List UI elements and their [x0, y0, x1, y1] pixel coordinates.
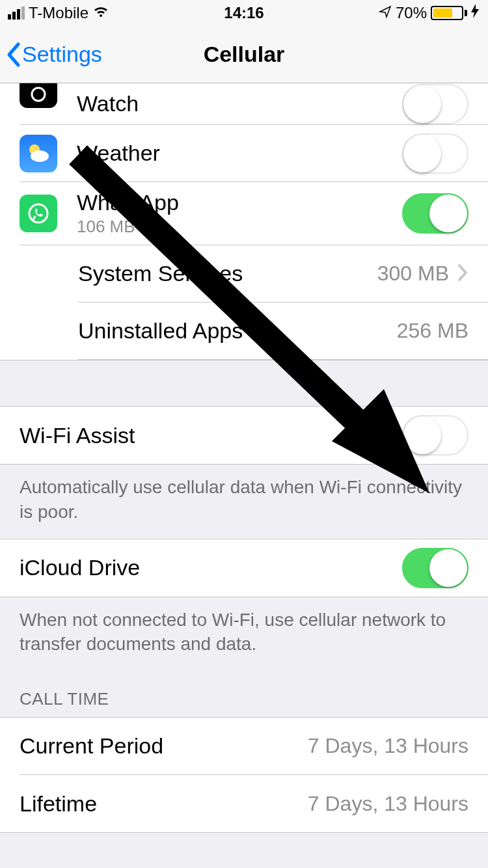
status-right: 70% — [379, 4, 480, 22]
wifi-assist-group: Wi-Fi Assist — [0, 406, 488, 465]
apps-group: Watch Weather WhatsApp 106 MB System Ser… — [0, 83, 488, 360]
status-left: T-Mobile — [8, 4, 109, 22]
cell-whatsapp[interactable]: WhatsApp 106 MB — [20, 182, 488, 245]
chevron-left-icon — [5, 42, 21, 68]
cell-value: 7 Days, 13 Hours — [308, 792, 468, 816]
whatsapp-app-icon — [20, 195, 57, 232]
cell-value: 300 MB — [377, 262, 449, 286]
cell-title: Weather — [77, 141, 402, 166]
call-time-header: CALL TIME — [0, 671, 488, 717]
cell-watch[interactable]: Watch — [20, 83, 488, 125]
cell-title: iCloud Drive — [20, 555, 402, 580]
icloud-drive-group: iCloud Drive — [0, 539, 488, 597]
wifi-assist-toggle[interactable] — [402, 415, 468, 455]
cell-value: 256 MB — [397, 319, 468, 343]
battery-percentage: 70% — [396, 4, 427, 22]
icloud-drive-footer: When not connected to Wi-Fi, use cellula… — [0, 597, 488, 671]
content: Watch Weather WhatsApp 106 MB System Ser… — [0, 83, 488, 868]
cell-title: Wi-Fi Assist — [20, 423, 402, 448]
wifi-assist-footer: Automatically use cellular data when Wi-… — [0, 465, 488, 539]
navigation-bar: Settings Cellular — [0, 26, 488, 83]
weather-app-icon — [20, 135, 57, 172]
svg-point-2 — [31, 150, 49, 162]
cell-lifetime: Lifetime 7 Days, 13 Hours — [20, 775, 488, 832]
watch-app-icon — [20, 83, 57, 108]
cell-title: Lifetime — [20, 791, 300, 817]
weather-toggle[interactable] — [402, 133, 468, 174]
cell-wifi-assist[interactable]: Wi-Fi Assist — [0, 407, 488, 464]
cell-title: Watch — [77, 91, 402, 116]
cell-title: WhatsApp — [77, 190, 402, 215]
cell-icloud-drive[interactable]: iCloud Drive — [0, 539, 488, 597]
cell-title: System Services — [78, 261, 370, 286]
carrier-label: T-Mobile — [29, 4, 88, 22]
cell-title: Uninstalled Apps — [78, 318, 389, 344]
whatsapp-toggle[interactable] — [402, 193, 468, 234]
battery-icon — [431, 6, 467, 20]
location-icon — [379, 4, 392, 22]
cell-weather[interactable]: Weather — [20, 125, 488, 182]
status-bar: T-Mobile 14:16 70% — [0, 0, 488, 26]
back-label: Settings — [22, 42, 102, 67]
watch-toggle[interactable] — [402, 84, 468, 124]
wifi-icon — [92, 4, 109, 22]
status-time: 14:16 — [224, 4, 264, 22]
spacer — [0, 360, 488, 406]
signal-strength-icon — [8, 7, 25, 20]
cell-uninstalled-apps[interactable]: Uninstalled Apps 256 MB — [78, 303, 488, 360]
svg-point-3 — [29, 204, 47, 223]
svg-point-0 — [32, 88, 45, 101]
cell-current-period: Current Period 7 Days, 13 Hours — [20, 718, 488, 775]
cell-system-services[interactable]: System Services 300 MB — [78, 245, 488, 303]
call-time-group: Current Period 7 Days, 13 Hours Lifetime… — [0, 717, 488, 833]
cell-value: 7 Days, 13 Hours — [308, 734, 468, 758]
charging-icon — [471, 4, 480, 22]
chevron-right-icon — [457, 263, 468, 285]
cell-usage: 106 MB — [77, 217, 402, 237]
icloud-drive-toggle[interactable] — [402, 548, 468, 588]
cell-title: Current Period — [20, 733, 300, 759]
back-button[interactable]: Settings — [0, 42, 102, 68]
